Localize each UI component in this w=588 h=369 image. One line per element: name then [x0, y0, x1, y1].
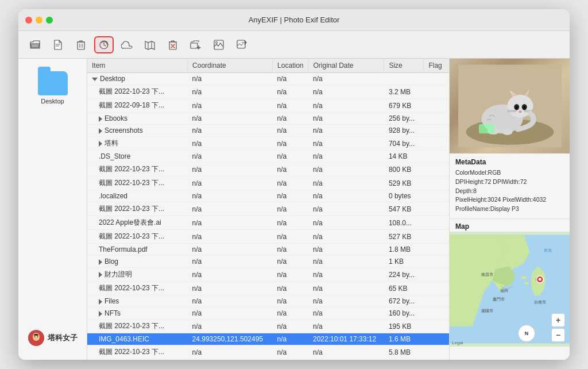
cell-flag: [424, 308, 449, 320]
cell-flag: [424, 85, 449, 99]
cell-size: 547 KB: [384, 202, 424, 216]
sidebar-item-desktop[interactable]: Desktop: [34, 68, 71, 108]
table-row[interactable]: Screenshotsn/an/an/a928 by...: [87, 125, 449, 137]
cell-date: n/a: [308, 308, 384, 320]
map-button[interactable]: [140, 36, 160, 53]
table-row[interactable]: 情緒能量表.jpgn/an/an/a683 KB: [87, 359, 449, 360]
table-row[interactable]: 截圖 2022-09-18 下...n/an/an/a679 KB: [87, 99, 449, 113]
col-location[interactable]: Location: [273, 59, 308, 73]
col-flag[interactable]: Flag: [424, 59, 449, 73]
table-row[interactable]: 2022 Apple發表會.ain/an/an/a108.0...: [87, 216, 449, 230]
zoom-out-button[interactable]: −: [551, 328, 565, 342]
table-row[interactable]: 截圖 2022-10-23 下...n/an/an/a547 KB: [87, 202, 449, 216]
cell-flag: [424, 295, 449, 308]
metadata-row-1: ColorModel:RGB: [455, 168, 564, 178]
table-row[interactable]: TheFormula.pdfn/an/an/a1.8 MB: [87, 244, 449, 256]
camera-sync-icon: [99, 40, 109, 50]
cell-date: 2022:10:01 17:33:12: [308, 333, 384, 345]
col-date[interactable]: Original Date: [308, 59, 384, 73]
col-coordinate[interactable]: Coordinate: [188, 59, 273, 73]
cell-date: n/a: [308, 125, 384, 137]
cell-loc: n/a: [273, 176, 308, 190]
table-row[interactable]: 截圖 2022-10-23 下...n/an/an/a527 KB: [87, 230, 449, 244]
cell-size: 195 KB: [384, 320, 424, 333]
cell-coord: n/a: [188, 202, 273, 216]
metadata-section: MetaData ColorModel:RGB DPIHeight:72 DPI…: [450, 153, 570, 219]
svg-text:東海: 東海: [544, 248, 552, 252]
toolbar: [18, 31, 570, 59]
cell-flag: [424, 99, 449, 113]
table-row[interactable]: IMG_0463.HEIC24.993250,121.502495n/a2022…: [87, 333, 449, 345]
cell-loc: n/a: [273, 99, 308, 113]
map-legal: Legal: [452, 340, 463, 345]
image-export-button[interactable]: [232, 36, 252, 53]
map-container[interactable]: 南昌市 福州 廈門市 揚陽市 台灣 台南市 東海: [450, 232, 570, 347]
table-row[interactable]: 截圖 2022-10-23 下...n/an/an/a3.2 MB: [87, 85, 449, 99]
cell-size: 529 KB: [384, 176, 424, 190]
folder-create-button[interactable]: [186, 36, 206, 53]
cell-size: 672 by...: [384, 295, 424, 308]
cell-coord: n/a: [188, 99, 273, 113]
table-row[interactable]: 截圖 2022-10-23 下...n/an/an/a800 KB: [87, 163, 449, 176]
table-row[interactable]: 塔料n/an/an/a704 by...: [87, 137, 449, 151]
cell-size: 679 KB: [384, 99, 424, 113]
open-folder-button[interactable]: [25, 36, 45, 53]
cell-date: n/a: [308, 216, 384, 230]
image-edit-button[interactable]: [209, 36, 229, 53]
camera-sync-button[interactable]: [94, 36, 114, 53]
svg-text:揚陽市: 揚陽市: [481, 309, 493, 313]
table-row[interactable]: Blogn/an/an/a1 KB: [87, 256, 449, 268]
table-row[interactable]: 財力證明n/an/an/a224 by...: [87, 268, 449, 282]
table-row[interactable]: 截圖 2022-10-23 下...n/an/an/a529 KB: [87, 176, 449, 190]
cell-size: 0 bytes: [384, 190, 424, 202]
titlebar: AnyEXIF | Photo Exif Editor: [18, 9, 570, 31]
cell-date: n/a: [308, 202, 384, 216]
cell-flag: [424, 216, 449, 230]
cat-preview-svg: [458, 64, 562, 148]
cell-loc: n/a: [273, 73, 308, 85]
table-row[interactable]: .localizedn/an/an/a0 bytes: [87, 190, 449, 202]
table-row[interactable]: 截圖 2022-10-23 下...n/an/an/a195 KB: [87, 320, 449, 333]
col-item[interactable]: Item: [87, 59, 188, 73]
zoom-in-button[interactable]: +: [551, 313, 565, 327]
cell-date: n/a: [308, 163, 384, 176]
cell-loc: n/a: [273, 216, 308, 230]
cell-loc: n/a: [273, 125, 308, 137]
avatar-image: [28, 330, 44, 346]
map-title: Map: [450, 219, 570, 232]
svg-point-28: [502, 129, 513, 135]
table-row[interactable]: 截圖 2022-10-23 下...n/an/an/a5.8 MB: [87, 345, 449, 359]
svg-rect-5: [237, 40, 245, 48]
cell-coord: n/a: [188, 216, 273, 230]
open-folder-icon: [30, 40, 40, 49]
table-row[interactable]: Desktopn/an/an/a: [87, 73, 449, 85]
minimize-button[interactable]: [36, 17, 42, 24]
cell-date: n/a: [308, 282, 384, 295]
cell-flag: [424, 125, 449, 137]
table-row[interactable]: Ebooksn/an/an/a256 by...: [87, 113, 449, 125]
cell-date: n/a: [308, 230, 384, 244]
col-size[interactable]: Size: [384, 59, 424, 73]
table-row[interactable]: Filesn/an/an/a672 by...: [87, 295, 449, 308]
cell-loc: n/a: [273, 345, 308, 359]
cell-date: n/a: [308, 295, 384, 308]
cell-flag: [424, 151, 449, 163]
table-row[interactable]: 截圖 2022-10-23 下...n/an/an/a65 KB: [87, 282, 449, 295]
table-row[interactable]: .DS_Storen/an/an/a14 KB: [87, 151, 449, 163]
cell-date: n/a: [308, 137, 384, 151]
metadata-row-3: Depth:8: [455, 187, 564, 196]
cell-size: 683 KB: [384, 359, 424, 360]
open-file-button[interactable]: [48, 36, 68, 53]
table-row[interactable]: NFTsn/an/an/a160 by...: [87, 308, 449, 320]
cell-loc: n/a: [273, 113, 308, 125]
cloud-button[interactable]: [117, 36, 137, 53]
cell-size: 5.8 MB: [384, 345, 424, 359]
cell-loc: n/a: [273, 282, 308, 295]
delete-button[interactable]: [71, 36, 91, 53]
cell-size: 160 by...: [384, 308, 424, 320]
file-table[interactable]: Item Coordinate Location Original Date S…: [87, 59, 449, 360]
remove-exif-button[interactable]: [163, 36, 183, 53]
fullscreen-button[interactable]: [46, 17, 53, 24]
cell-size: 800 KB: [384, 163, 424, 176]
close-button[interactable]: [25, 17, 32, 24]
